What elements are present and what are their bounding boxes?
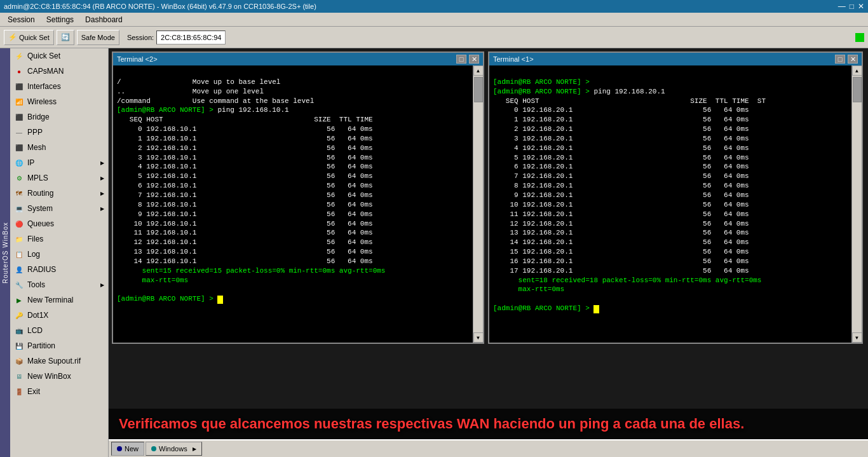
content-area: Terminal <2> □ ✕ / Move up to base level… — [109, 48, 868, 457]
log-icon: 📋 — [14, 249, 24, 259]
terminal-2[interactable]: Terminal <2> □ ✕ / Move up to base level… — [112, 51, 484, 344]
sidebar-label-capsman: CAPsMAN — [27, 67, 64, 76]
sidebar-label-new-terminal: New Terminal — [27, 296, 73, 304]
refresh-icon: 🔄 — [61, 33, 70, 41]
sidebar-item-partition[interactable]: 💾 Partition — [10, 338, 108, 353]
menu-dashboard[interactable]: Dashboard — [80, 14, 128, 25]
quick-set-icon: ⚡ — [14, 51, 24, 61]
status-indicator — [855, 33, 864, 42]
menubar: Session Settings Dashboard — [0, 13, 868, 27]
scroll-thumb-1[interactable] — [853, 77, 862, 102]
sidebar-label-wireless: Wireless — [27, 97, 57, 106]
queues-icon: 🔴 — [14, 219, 24, 229]
taskbar-label-windows: Windows — [159, 445, 187, 453]
capsman-icon: ● — [14, 66, 24, 76]
refresh-button[interactable]: 🔄 — [57, 30, 74, 45]
taskbar-item-windows[interactable]: Windows ▶ — [146, 442, 202, 456]
menu-session[interactable]: Session — [3, 14, 40, 25]
sidebar-label-tools: Tools — [27, 280, 45, 289]
sidebar-item-routing[interactable]: 🗺 Routing — [10, 186, 108, 201]
sidebar-item-exit[interactable]: 🚪 Exit — [10, 384, 108, 399]
quick-set-button[interactable]: ⚡ Quick Set — [4, 30, 54, 45]
scroll-up-arrow[interactable]: ▲ — [473, 65, 484, 76]
scroll-thumb[interactable] — [474, 77, 483, 102]
ip-icon: 🌐 — [14, 158, 24, 168]
taskbar-submenu-arrow: ▶ — [193, 446, 196, 452]
sidebar-item-radius[interactable]: 👤 RADIUS — [10, 262, 108, 277]
system-icon: 💻 — [14, 203, 24, 214]
sidebar-item-queues[interactable]: 🔴 Queues — [10, 216, 108, 231]
sidebar-item-bridge[interactable]: ⬛ Bridge — [10, 109, 108, 125]
taskbar-item-new[interactable]: New — [111, 442, 144, 456]
taskbar: New Windows ▶ — [109, 439, 868, 457]
sidebar-item-ppp[interactable]: — PPP — [10, 125, 108, 140]
session-label: Session: — [127, 34, 154, 41]
sidebar-item-make-supout[interactable]: 📦 Make Supout.rif — [10, 353, 108, 369]
ppp-icon: — — [14, 127, 24, 137]
terminal-1-scrollbar[interactable]: ▲ ▼ — [851, 65, 862, 343]
sidebar-label-ip: IP — [27, 158, 34, 167]
terminal-1-maximize[interactable]: □ — [835, 55, 845, 64]
sidebar-label-radius: RADIUS — [27, 265, 56, 274]
sidebar-label-quickset: Quick Set — [27, 51, 60, 60]
routeros-label: RouterOS WinBox — [0, 48, 10, 457]
dot1x-icon: 🔑 — [14, 310, 24, 320]
terminal-1-controls[interactable]: □ ✕ — [835, 55, 858, 64]
window-controls[interactable]: — □ ✕ — [838, 2, 864, 11]
titlebar: admin@2C:C8:1B:65:8C:94 (RB ARCO NORTE) … — [0, 0, 868, 13]
terminal-2-scrollbar[interactable]: ▲ ▼ — [473, 65, 483, 343]
sidebar-item-quickset[interactable]: ⚡ Quick Set — [10, 48, 108, 64]
tools-icon: 🔧 — [14, 280, 24, 290]
files-icon: 📁 — [14, 234, 24, 244]
terminal-2-body[interactable]: / Move up to base level .. Move up one l… — [113, 65, 473, 343]
terminal-2-controls[interactable]: □ ✕ — [456, 55, 479, 64]
sidebar-label-partition: Partition — [27, 341, 55, 350]
sidebar-label-ppp: PPP — [27, 128, 43, 137]
terminal-1[interactable]: Terminal <1> □ ✕ [admin@RB ARCO NORTE] >… — [488, 51, 863, 344]
exit-icon: 🚪 — [14, 386, 24, 397]
scroll-down-arrow-1[interactable]: ▼ — [852, 332, 862, 343]
sidebar-item-capsman[interactable]: ● CAPsMAN — [10, 64, 108, 79]
wireless-icon: 📶 — [14, 97, 24, 107]
sidebar-item-system[interactable]: 💻 System — [10, 201, 108, 216]
sidebar-item-dot1x[interactable]: 🔑 Dot1X — [10, 308, 108, 323]
lcd-icon: 📺 — [14, 325, 24, 336]
scroll-down-arrow[interactable]: ▼ — [473, 332, 484, 343]
main-area: RouterOS WinBox ⚡ Quick Set ● CAPsMAN ⬛ … — [0, 48, 868, 457]
taskbar-dot-windows — [151, 446, 156, 451]
annotation-banner: Verificamos que alcancemos nuestras resp… — [109, 409, 868, 439]
maximize-button[interactable]: □ — [850, 2, 854, 11]
minimize-button[interactable]: — — [838, 2, 846, 11]
sidebar: ⚡ Quick Set ● CAPsMAN ⬛ Interfaces 📶 Wir… — [10, 48, 109, 457]
sidebar-label-mesh: Mesh — [27, 143, 46, 152]
sidebar-item-mesh[interactable]: ⬛ Mesh — [10, 140, 108, 155]
sidebar-item-tools[interactable]: 🔧 Tools — [10, 277, 108, 292]
sidebar-label-bridge: Bridge — [27, 113, 50, 121]
sidebar-label-files: Files — [27, 235, 43, 243]
scroll-up-arrow-1[interactable]: ▲ — [852, 65, 862, 76]
terminal-1-body[interactable]: [admin@RB ARCO NORTE] > [admin@RB ARCO N… — [489, 65, 851, 343]
sidebar-item-wireless[interactable]: 📶 Wireless — [10, 94, 108, 109]
sidebar-item-log[interactable]: 📋 Log — [10, 247, 108, 262]
sidebar-item-ip[interactable]: 🌐 IP — [10, 155, 108, 170]
sidebar-item-new-winbox[interactable]: 🖥 New WinBox — [10, 369, 108, 384]
safe-mode-button[interactable]: Safe Mode — [77, 30, 119, 45]
mpls-icon: ⚙ — [14, 173, 24, 183]
terminal-2-close[interactable]: ✕ — [469, 55, 479, 64]
annotation-text: Verificamos que alcancemos nuestras resp… — [119, 416, 744, 432]
interfaces-icon: ⬛ — [14, 81, 24, 92]
terminal-2-maximize[interactable]: □ — [456, 55, 466, 64]
sidebar-item-new-terminal[interactable]: ▶ New Terminal — [10, 292, 108, 308]
close-button[interactable]: ✕ — [858, 2, 864, 11]
scroll-track — [474, 77, 483, 331]
sidebar-item-files[interactable]: 📁 Files — [10, 231, 108, 247]
sidebar-label-exit: Exit — [27, 387, 40, 396]
sidebar-label-system: System — [27, 204, 53, 213]
sidebar-item-mpls[interactable]: ⚙ MPLS — [10, 170, 108, 186]
sidebar-item-lcd[interactable]: 📺 LCD — [10, 323, 108, 338]
new-terminal-icon: ▶ — [14, 295, 24, 305]
terminal-1-close[interactable]: ✕ — [848, 55, 858, 64]
sidebar-item-interfaces[interactable]: ⬛ Interfaces — [10, 79, 108, 94]
menu-settings[interactable]: Settings — [41, 14, 79, 25]
radius-icon: 👤 — [14, 264, 24, 275]
